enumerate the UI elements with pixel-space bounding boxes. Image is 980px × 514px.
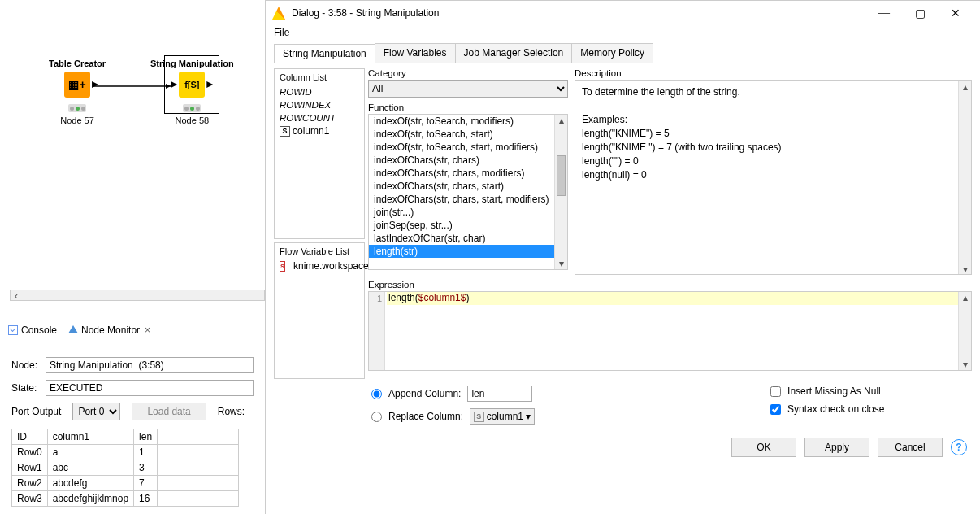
load-data-button[interactable]: Load data — [132, 403, 206, 420]
expression-editor[interactable]: 1 length($column1$) ▴▾ — [368, 291, 972, 371]
node-table-creator[interactable]: Table Creator ▦+ Node 57 — [49, 59, 106, 125]
col-header[interactable]: ID — [12, 429, 48, 445]
node-field[interactable] — [46, 357, 254, 373]
app-icon — [272, 7, 285, 20]
monitor-icon — [68, 325, 78, 335]
list-item[interactable]: indexOfChars(str, chars, modifiers) — [369, 167, 567, 180]
node-icon: ▦+ — [64, 72, 90, 98]
col-header[interactable]: len — [134, 429, 158, 445]
description-label: Description — [575, 68, 972, 78]
workflow-canvas[interactable]: Table Creator ▦+ Node 57 String Manipula… — [0, 0, 265, 301]
table-row: Row0a1 — [12, 445, 239, 460]
output-table: ID column1 len Row0a1 Row1abc3 Row2abcde… — [11, 429, 239, 507]
tab-node-monitor[interactable]: Node Monitor× — [65, 323, 154, 338]
table-row: Row3abcdefghijklmnop16 — [12, 491, 239, 507]
state-label: State: — [11, 382, 39, 394]
list-item[interactable]: indexOfChars(str, chars) — [369, 154, 567, 167]
window-title: Dialog - 3:58 - String Manipulation — [292, 7, 866, 19]
table-row: Row1abc3 — [12, 460, 239, 476]
append-radio[interactable] — [371, 389, 382, 399]
function-label: Function — [368, 102, 568, 112]
category-select[interactable]: All — [368, 80, 568, 98]
close-icon[interactable]: × — [145, 325, 150, 336]
titlebar[interactable]: Dialog - 3:58 - String Manipulation — ▢ … — [266, 1, 980, 25]
insert-missing-option[interactable]: Insert Missing As Null — [770, 386, 884, 397]
append-column-option[interactable]: Append Column: — [371, 386, 535, 402]
tab-flow-variables[interactable]: Flow Variables — [375, 43, 456, 63]
list-item[interactable]: sknime.workspace — [280, 259, 359, 272]
list-item[interactable]: Scolumn1 — [280, 124, 359, 137]
list-item[interactable]: join(str...) — [369, 206, 567, 219]
string-manipulation-dialog: Dialog - 3:58 - String Manipulation — ▢ … — [265, 0, 980, 514]
list-item[interactable]: length(str) — [369, 245, 567, 258]
syntax-check-checkbox[interactable] — [770, 404, 781, 415]
list-item[interactable]: indexOfChars(str, chars, start) — [369, 180, 567, 193]
table-row: Row2abcdefg7 — [12, 476, 239, 491]
column-list-panel: Column List ROWID ROWINDEX ROWCOUNT Scol… — [274, 68, 365, 239]
scrollbar[interactable]: ▴▾ — [958, 81, 971, 274]
list-item[interactable]: indexOf(str, toSearch, modifiers) — [369, 115, 567, 128]
help-icon[interactable]: ? — [951, 439, 967, 455]
state-field[interactable] — [46, 380, 254, 396]
rows-label: Rows: — [218, 406, 245, 417]
tab-console[interactable]: Console — [5, 323, 60, 338]
minimize-button[interactable]: — — [866, 2, 902, 24]
list-item[interactable]: indexOfChars(str, chars, start, modifier… — [369, 193, 567, 206]
tab-string-manipulation[interactable]: String Manipulation — [274, 44, 375, 63]
node-id: Node 57 — [49, 115, 106, 125]
expression-label: Expression — [368, 280, 972, 290]
list-item[interactable]: lastIndexOfChar(str, char) — [369, 232, 567, 245]
status-light — [68, 104, 86, 112]
node-label: Node: — [11, 359, 39, 371]
ok-button[interactable]: OK — [731, 438, 796, 457]
col-header[interactable]: column1 — [47, 429, 133, 445]
node-icon: f[S] — [179, 72, 205, 98]
list-item[interactable]: indexOf(str, toSearch, start, modifiers) — [369, 141, 567, 154]
node-string-manipulation[interactable]: String Manipulation f[S] Node 58 — [150, 59, 234, 125]
scrollbar[interactable]: ▴▾ — [958, 292, 971, 370]
panel-tabs: Console Node Monitor× — [0, 321, 265, 339]
replace-column-select[interactable]: Scolumn1▾ — [470, 408, 535, 425]
syntax-check-option[interactable]: Syntax check on close — [770, 403, 884, 415]
replace-radio[interactable] — [371, 412, 382, 422]
category-label: Category — [368, 68, 568, 78]
node-monitor-panel: Console Node Monitor× Node: State: Port … — [0, 321, 265, 512]
append-column-field[interactable] — [467, 386, 532, 402]
list-item[interactable]: ROWCOUNT — [280, 111, 359, 124]
port-output-label: Port Output — [11, 406, 61, 417]
replace-column-option[interactable]: Replace Column: Scolumn1▾ — [371, 408, 535, 425]
tab-job-manager[interactable]: Job Manager Selection — [455, 43, 573, 63]
insert-missing-checkbox[interactable] — [770, 386, 781, 397]
list-item[interactable]: ROWID — [280, 85, 359, 98]
apply-button[interactable]: Apply — [804, 438, 869, 457]
dialog-tabs: String Manipulation Flow Variables Job M… — [274, 43, 972, 63]
list-item[interactable]: joinSep(sep, str...) — [369, 219, 567, 232]
function-list[interactable]: indexOf(str, toSearch, modifiers) indexO… — [368, 114, 568, 270]
cancel-button[interactable]: Cancel — [878, 438, 943, 457]
node-id: Node 58 — [150, 115, 234, 125]
node-title: Table Creator — [49, 59, 106, 68]
horizontal-scrollbar[interactable]: ‹ — [10, 290, 265, 301]
list-item[interactable]: indexOf(str, toSearch, start) — [369, 128, 567, 141]
close-button[interactable]: ✕ — [938, 2, 973, 24]
flow-variable-panel: Flow Variable List sknime.workspace — [274, 242, 365, 379]
description-panel: To determine the length of the string. E… — [575, 80, 972, 275]
console-icon — [8, 325, 18, 335]
scrollbar[interactable]: ▴▾ — [554, 115, 567, 269]
tab-memory-policy[interactable]: Memory Policy — [571, 43, 653, 63]
list-item[interactable]: ROWINDEX — [280, 98, 359, 111]
menu-file[interactable]: File — [274, 27, 289, 38]
port-select[interactable]: Port 0 — [72, 403, 120, 420]
maximize-button[interactable]: ▢ — [902, 2, 938, 24]
